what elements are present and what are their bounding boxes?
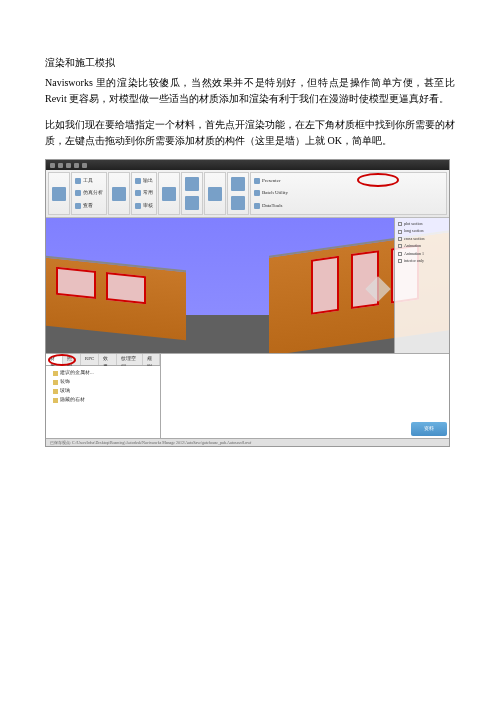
ribbon-button[interactable] [208,187,222,201]
qat-icon[interactable] [82,163,87,168]
tool-icon [52,187,66,201]
folder-icon [53,380,58,385]
ribbon-button[interactable]: 输出 [135,177,153,185]
tool-icon [75,190,81,196]
panel-row[interactable]: plot section [398,221,446,227]
ribbon-label: 审核 [143,202,153,210]
tool-icon [135,203,141,209]
ribbon-group [108,172,130,215]
checkbox-icon[interactable] [398,244,402,248]
model-window[interactable] [106,272,146,304]
ribbon-label: DataTools [262,202,282,210]
tree-label: 玻璃 [60,387,70,395]
presenter-panel: 材质 照明 RPC 效果 纹理空间 规则 建议的金属材... 装饰 玻璃 隐藏的… [46,353,449,438]
app-screenshot: 工具 仿真分析 查看 输出 常用 审核 Presenter Batch Uti [45,159,450,447]
ribbon-group: 工具 仿真分析 查看 [71,172,107,215]
ribbon-group: 输出 常用 审核 [131,172,157,215]
app-icon [50,163,55,168]
ribbon-label: 仿真分析 [83,189,103,197]
ribbon-button[interactable] [112,187,126,201]
ribbon-button[interactable]: DataTools [254,202,443,210]
ribbon-button[interactable] [231,177,245,191]
tool-icon [75,203,81,209]
doc-para-1: Navisworks 里的渲染比较傻瓜，当然效果并不是特别好，但特点是操作简单方… [45,75,455,107]
3d-viewport[interactable] [46,218,449,353]
panel-label: cross section [404,236,425,242]
tree-label: 建议的金属材... [60,369,94,377]
tool-icon [208,187,222,201]
tree-label: 隐藏的石材 [60,396,85,404]
ribbon-label: 工具 [83,177,93,185]
ribbon-label: Presenter [262,177,281,185]
tool-icon [254,203,260,209]
ribbon-button[interactable] [185,177,199,191]
tree-item[interactable]: 装饰 [49,378,157,386]
panel-row[interactable]: Animation [398,243,446,249]
tool-icon [112,187,126,201]
folder-icon [53,398,58,403]
model-window[interactable] [56,267,96,299]
ribbon-button[interactable]: 查看 [75,202,103,210]
watermark-badge: 资料 [411,422,447,436]
panel-row[interactable]: long section [398,228,446,234]
doc-title: 渲染和施工模拟 [45,55,455,71]
material-tree: 建议的金属材... 装饰 玻璃 隐藏的石材 [46,366,160,438]
material-preview[interactable] [161,354,449,438]
checkbox-icon[interactable] [398,230,402,234]
tab-texture[interactable]: 纹理空间 [117,354,143,365]
qat-icon[interactable] [74,163,79,168]
ribbon-button-presenter[interactable]: Presenter [254,177,443,185]
panel-label: Animation 1 [404,251,424,257]
tree-item[interactable]: 建议的金属材... [49,369,157,377]
presenter-icon [254,178,260,184]
tool-icon [254,190,260,196]
ribbon-label: 输出 [143,177,153,185]
ribbon-group [181,172,203,215]
tool-icon [231,196,245,210]
ribbon-button[interactable]: 仿真分析 [75,189,103,197]
tool-icon [185,196,199,210]
doc-para-2: 比如我们现在要给墙指定一个材料，首先点开渲染功能，在左下角材质框中找到你所需要的… [45,117,455,149]
ribbon-button[interactable]: Batch Utility [254,189,443,197]
checkbox-icon[interactable] [398,259,402,263]
qat-icon[interactable] [58,163,63,168]
panel-label: interior only [404,258,424,264]
tab-effects[interactable]: 效果 [99,354,116,365]
ribbon-group [158,172,180,215]
panel-row[interactable]: Animation 1 [398,251,446,257]
model-window[interactable] [311,256,339,315]
ribbon-group [227,172,249,215]
ribbon-button[interactable]: 常用 [135,189,153,197]
tool-icon [185,177,199,191]
tree-item[interactable]: 隐藏的石材 [49,396,157,404]
checkbox-icon[interactable] [398,222,402,226]
ribbon-button[interactable] [231,196,245,210]
panel-row[interactable]: cross section [398,236,446,242]
ribbon-label: 查看 [83,202,93,210]
statusbar: 已保存视点: C:\Users\hdss\Desktop\Roaming\Aut… [46,438,449,446]
ribbon-button[interactable] [185,196,199,210]
tool-icon [135,190,141,196]
tree-label: 装饰 [60,378,70,386]
ribbon-group [204,172,226,215]
model-wall[interactable] [46,256,186,341]
ribbon-button[interactable]: 工具 [75,177,103,185]
tab-rules[interactable]: 规则 [143,354,160,365]
tool-icon [162,187,176,201]
saved-viewpoints-panel: plot section long section cross section … [394,218,449,353]
ribbon-label: Batch Utility [262,189,288,197]
tree-item[interactable]: 玻璃 [49,387,157,395]
folder-icon [53,389,58,394]
panel-label: Animation [404,243,421,249]
ribbon-button[interactable] [162,187,176,201]
annotation-ring-material-tab [48,354,76,366]
folder-icon [53,371,58,376]
checkbox-icon[interactable] [398,237,402,241]
qat-icon[interactable] [66,163,71,168]
titlebar [46,160,449,170]
tab-rpc[interactable]: RPC [81,354,99,365]
checkbox-icon[interactable] [398,252,402,256]
ribbon-button[interactable] [52,187,66,201]
panel-row[interactable]: interior only [398,258,446,264]
ribbon-button[interactable]: 审核 [135,202,153,210]
